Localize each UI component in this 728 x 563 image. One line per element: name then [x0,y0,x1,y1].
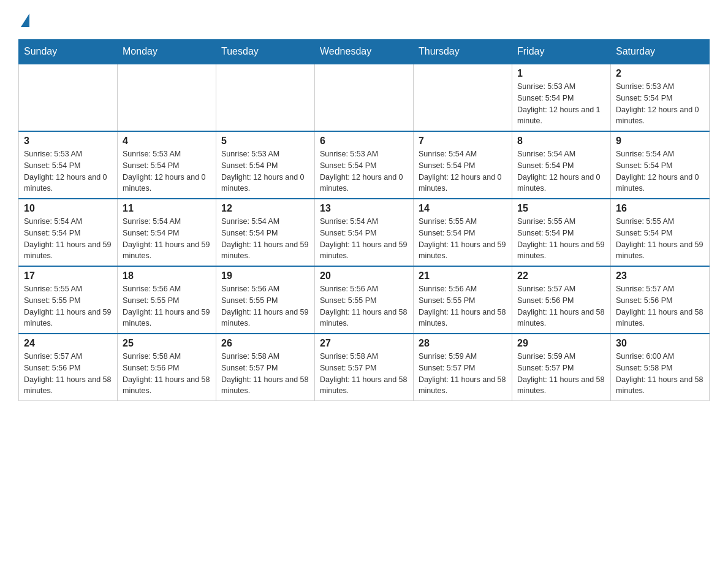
calendar-cell: 4Sunrise: 5:53 AMSunset: 5:54 PMDaylight… [118,131,216,199]
calendar-cell: 27Sunrise: 5:58 AMSunset: 5:57 PMDayligh… [315,334,414,401]
day-number: 5 [221,136,309,147]
calendar-cell: 9Sunrise: 5:54 AMSunset: 5:54 PMDaylight… [611,131,710,199]
day-of-week-header: Monday [118,40,216,64]
day-number: 29 [517,338,605,349]
day-number: 27 [320,338,408,349]
day-info: Sunrise: 5:56 AMSunset: 5:55 PMDaylight:… [123,283,211,329]
logo-triangle-icon [21,13,29,27]
calendar-cell: 29Sunrise: 5:59 AMSunset: 5:57 PMDayligh… [512,334,611,401]
day-number: 2 [616,68,704,79]
calendar-cell: 23Sunrise: 5:57 AMSunset: 5:56 PMDayligh… [611,266,710,334]
day-info: Sunrise: 5:58 AMSunset: 5:57 PMDaylight:… [221,351,309,397]
day-info: Sunrise: 5:56 AMSunset: 5:55 PMDaylight:… [221,283,309,329]
calendar-cell: 21Sunrise: 5:56 AMSunset: 5:55 PMDayligh… [414,266,512,334]
day-info: Sunrise: 5:54 AMSunset: 5:54 PMDaylight:… [419,148,507,194]
day-info: Sunrise: 5:58 AMSunset: 5:57 PMDaylight:… [320,351,408,397]
day-number: 6 [320,136,408,147]
day-of-week-header: Thursday [414,40,512,64]
day-info: Sunrise: 5:53 AMSunset: 5:54 PMDaylight:… [221,148,309,194]
day-info: Sunrise: 5:53 AMSunset: 5:54 PMDaylight:… [616,81,704,127]
day-info: Sunrise: 5:53 AMSunset: 5:54 PMDaylight:… [320,148,408,194]
day-number: 8 [517,136,605,147]
day-of-week-header: Friday [512,40,611,64]
calendar-cell: 7Sunrise: 5:54 AMSunset: 5:54 PMDaylight… [414,131,512,199]
calendar-cell: 30Sunrise: 6:00 AMSunset: 5:58 PMDayligh… [611,334,710,401]
calendar-cell: 19Sunrise: 5:56 AMSunset: 5:55 PMDayligh… [216,266,315,334]
day-number: 23 [616,270,704,282]
calendar-cell: 15Sunrise: 5:55 AMSunset: 5:54 PMDayligh… [512,199,611,266]
day-of-week-header: Tuesday [216,40,315,64]
day-info: Sunrise: 5:56 AMSunset: 5:55 PMDaylight:… [320,283,408,329]
calendar-cell: 5Sunrise: 5:53 AMSunset: 5:54 PMDaylight… [216,131,315,199]
day-number: 14 [419,203,507,214]
calendar-cell [315,64,414,131]
day-number: 9 [616,136,704,147]
day-number: 11 [123,203,211,214]
calendar-week-row: 17Sunrise: 5:55 AMSunset: 5:55 PMDayligh… [19,266,710,334]
day-number: 25 [123,338,211,349]
calendar-cell: 10Sunrise: 5:54 AMSunset: 5:54 PMDayligh… [19,199,118,266]
day-info: Sunrise: 5:57 AMSunset: 5:56 PMDaylight:… [517,283,605,329]
logo [18,12,29,27]
calendar-week-row: 10Sunrise: 5:54 AMSunset: 5:54 PMDayligh… [19,199,710,266]
calendar-cell: 17Sunrise: 5:55 AMSunset: 5:55 PMDayligh… [19,266,118,334]
day-info: Sunrise: 5:54 AMSunset: 5:54 PMDaylight:… [616,148,704,194]
calendar-cell: 25Sunrise: 5:58 AMSunset: 5:56 PMDayligh… [118,334,216,401]
day-number: 1 [517,68,605,79]
day-number: 24 [24,338,112,349]
day-info: Sunrise: 5:54 AMSunset: 5:54 PMDaylight:… [24,216,112,262]
day-number: 16 [616,203,704,214]
day-number: 4 [123,136,211,147]
calendar-cell: 24Sunrise: 5:57 AMSunset: 5:56 PMDayligh… [19,334,118,401]
calendar-cell: 1Sunrise: 5:53 AMSunset: 5:54 PMDaylight… [512,64,611,131]
day-info: Sunrise: 5:57 AMSunset: 5:56 PMDaylight:… [616,283,704,329]
day-info: Sunrise: 5:55 AMSunset: 5:54 PMDaylight:… [517,216,605,262]
day-number: 18 [123,270,211,282]
day-number: 13 [320,203,408,214]
calendar-cell: 8Sunrise: 5:54 AMSunset: 5:54 PMDaylight… [512,131,611,199]
day-of-week-header: Wednesday [315,40,414,64]
calendar-cell: 20Sunrise: 5:56 AMSunset: 5:55 PMDayligh… [315,266,414,334]
day-number: 19 [221,270,309,282]
day-info: Sunrise: 5:53 AMSunset: 5:54 PMDaylight:… [517,81,605,127]
calendar-cell [19,64,118,131]
calendar-cell: 2Sunrise: 5:53 AMSunset: 5:54 PMDaylight… [611,64,710,131]
day-number: 21 [419,270,507,282]
calendar-cell: 16Sunrise: 5:55 AMSunset: 5:54 PMDayligh… [611,199,710,266]
calendar-week-row: 24Sunrise: 5:57 AMSunset: 5:56 PMDayligh… [19,334,710,401]
day-info: Sunrise: 5:54 AMSunset: 5:54 PMDaylight:… [123,216,211,262]
day-number: 26 [221,338,309,349]
day-number: 30 [616,338,704,349]
day-info: Sunrise: 5:57 AMSunset: 5:56 PMDaylight:… [24,351,112,397]
calendar-week-row: 1Sunrise: 5:53 AMSunset: 5:54 PMDaylight… [19,64,710,131]
calendar-cell: 26Sunrise: 5:58 AMSunset: 5:57 PMDayligh… [216,334,315,401]
day-info: Sunrise: 5:56 AMSunset: 5:55 PMDaylight:… [419,283,507,329]
day-info: Sunrise: 5:55 AMSunset: 5:55 PMDaylight:… [24,283,112,329]
calendar-cell: 13Sunrise: 5:54 AMSunset: 5:54 PMDayligh… [315,199,414,266]
day-number: 12 [221,203,309,214]
calendar-cell [118,64,216,131]
calendar-cell [216,64,315,131]
calendar-header-row: SundayMondayTuesdayWednesdayThursdayFrid… [19,40,710,64]
day-number: 15 [517,203,605,214]
day-number: 17 [24,270,112,282]
day-number: 22 [517,270,605,282]
day-number: 28 [419,338,507,349]
calendar-cell: 6Sunrise: 5:53 AMSunset: 5:54 PMDaylight… [315,131,414,199]
calendar-cell: 11Sunrise: 5:54 AMSunset: 5:54 PMDayligh… [118,199,216,266]
calendar-cell: 3Sunrise: 5:53 AMSunset: 5:54 PMDaylight… [19,131,118,199]
calendar-table: SundayMondayTuesdayWednesdayThursdayFrid… [18,39,710,401]
day-info: Sunrise: 5:54 AMSunset: 5:54 PMDaylight:… [221,216,309,262]
day-info: Sunrise: 5:53 AMSunset: 5:54 PMDaylight:… [24,148,112,194]
day-info: Sunrise: 5:55 AMSunset: 5:54 PMDaylight:… [616,216,704,262]
day-info: Sunrise: 5:54 AMSunset: 5:54 PMDaylight:… [517,148,605,194]
header [18,12,710,27]
day-number: 7 [419,136,507,147]
day-number: 10 [24,203,112,214]
calendar-cell: 22Sunrise: 5:57 AMSunset: 5:56 PMDayligh… [512,266,611,334]
calendar-cell: 12Sunrise: 5:54 AMSunset: 5:54 PMDayligh… [216,199,315,266]
day-number: 3 [24,136,112,147]
day-info: Sunrise: 5:53 AMSunset: 5:54 PMDaylight:… [123,148,211,194]
day-info: Sunrise: 5:55 AMSunset: 5:54 PMDaylight:… [419,216,507,262]
calendar-cell: 18Sunrise: 5:56 AMSunset: 5:55 PMDayligh… [118,266,216,334]
